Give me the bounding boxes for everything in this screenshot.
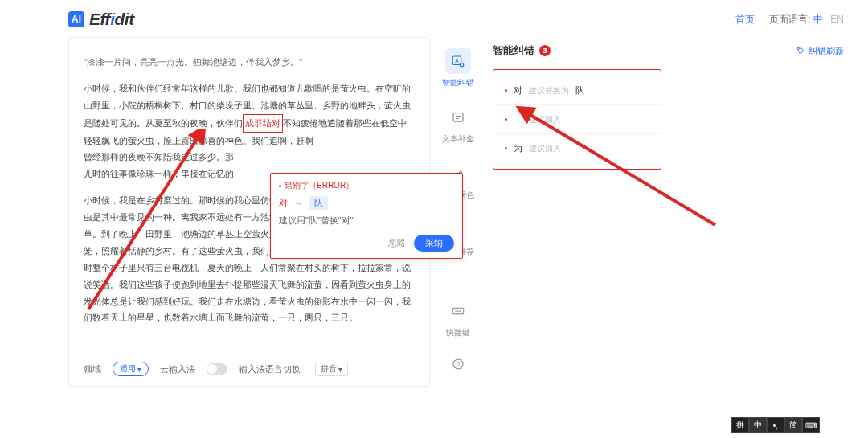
error-popup: 错别字（ERROR） 对 → 队 建议用"队"替换"对" 忽略 采纳 — [270, 173, 463, 259]
suggestion-word: ， — [514, 113, 522, 125]
app-header: AI Effidit 首页 页面语言: 中 EN — [0, 0, 868, 37]
tool-help[interactable]: ? — [445, 351, 471, 377]
bullet-icon — [505, 89, 507, 92]
suggestion-item[interactable]: 为 建议插入 — [493, 134, 661, 162]
tool-complete[interactable]: 文本补全 — [442, 104, 474, 145]
svg-text:?: ? — [457, 361, 460, 368]
ime-lang-button[interactable]: 中 — [749, 417, 767, 433]
chevron-down-icon: ▾ — [338, 365, 342, 374]
logo[interactable]: AI Effidit — [68, 10, 134, 29]
suggestions-header: 智能纠错 3 纠错刷新 — [493, 43, 852, 58]
help-icon: ? — [451, 357, 465, 371]
suggestion-item[interactable]: 对 建议替换为 队 — [493, 76, 661, 105]
complete-icon — [451, 110, 465, 125]
lang-zh[interactable]: 中 — [813, 14, 823, 25]
logo-icon: AI — [68, 11, 84, 27]
ime-lang-label: 输入法语言切换 — [239, 363, 301, 375]
suggestion-replacement: 队 — [575, 84, 584, 96]
p1-text-c: 曾经那样的夜晚不知陪我走过多少。那 — [84, 152, 234, 162]
refresh-button[interactable]: 纠错刷新 — [796, 45, 844, 57]
p1-text-d: 儿时的往事像珍珠一样，串接在记忆的 — [84, 169, 234, 178]
ime-mode-button[interactable]: 拼 — [731, 417, 749, 433]
error-dot-icon — [279, 185, 281, 187]
suggestion-item[interactable]: ， 建议插入 — [493, 105, 661, 134]
tool-proofread-label: 智能纠错 — [442, 77, 474, 88]
bullet-icon — [505, 118, 507, 121]
cloud-ime-label: 云输入法 — [160, 363, 195, 375]
suggestion-hint: 建议插入 — [529, 114, 561, 125]
tool-shortcuts[interactable]: 快捷键 — [445, 298, 471, 338]
os-ime-bar: 拼 中 •, 简 ⌨ — [731, 417, 820, 433]
bullet-icon — [505, 147, 507, 149]
ime-punct-button[interactable]: •, — [767, 417, 784, 433]
logo-text-post: dit — [114, 10, 133, 28]
error-to-word: 队 — [309, 196, 328, 210]
accept-button[interactable]: 采纳 — [414, 235, 454, 252]
svg-rect-3 — [453, 113, 463, 122]
ime-keyboard-button[interactable]: ⌨ — [802, 417, 820, 433]
editor-footer: 领域 通用▾ 云输入法 输入法语言切换 拼音▾ — [84, 362, 415, 376]
error-from-word: 对 — [279, 197, 288, 209]
logo-text-pre: Eff — [89, 10, 110, 28]
error-correction-line: 对 → 队 — [279, 196, 454, 210]
suggestions-title: 智能纠错 3 — [493, 43, 551, 58]
domain-label: 领域 — [84, 363, 101, 375]
suggestion-hint: 建议插入 — [529, 143, 561, 154]
ime-simp-button[interactable]: 简 — [784, 417, 802, 433]
tool-shortcuts-label: 快捷键 — [446, 327, 470, 338]
lang-label: 页面语言: — [769, 14, 810, 25]
header-right: 首页 页面语言: 中 EN — [735, 13, 844, 27]
arrow-right-icon: → — [294, 199, 303, 208]
editor-paragraph-1: 小时候，我和伙伴们经常年这样的儿歌。我们也都知道儿歌唱的是萤火虫。在空旷的山野里… — [84, 80, 415, 182]
error-highlight[interactable]: 成群结对 — [243, 114, 283, 133]
tool-complete-label: 文本补全 — [442, 133, 474, 145]
suggestion-word: 对 — [514, 84, 522, 96]
proofread-icon: A — [451, 54, 465, 68]
logo-text: Effidit — [89, 10, 134, 29]
error-count-badge: 3 — [539, 45, 551, 56]
lang-en[interactable]: EN — [830, 14, 844, 25]
main-area: "漆漆一片间，亮亮一点光。独舞池塘边，伴我入梦乡。" 小时候，我和伙伴们经常年这… — [0, 37, 868, 387]
svg-point-6 — [461, 170, 463, 171]
refresh-icon — [796, 46, 805, 55]
suggestion-word: 为 — [514, 142, 522, 154]
suggestions-panel: 智能纠错 3 纠错刷新 对 建议替换为 队 ， 建议插入 为 — [486, 37, 852, 387]
chevron-down-icon: ▾ — [137, 365, 141, 374]
error-popup-header: 错别字（ERROR） — [279, 180, 454, 191]
keyboard-icon — [451, 304, 465, 318]
domain-selector[interactable]: 通用▾ — [113, 362, 149, 376]
ime-lang-selector[interactable]: 拼音▾ — [315, 362, 348, 376]
ignore-button[interactable]: 忽略 — [388, 237, 406, 249]
svg-text:A: A — [455, 58, 459, 63]
suggestion-hint: 建议替换为 — [529, 85, 569, 96]
error-actions: 忽略 采纳 — [279, 235, 454, 252]
cloud-ime-toggle[interactable] — [207, 363, 227, 375]
suggestions-list: 对 建议替换为 队 ， 建议插入 为 建议插入 — [493, 69, 661, 170]
error-popup-title: 错别字（ERROR） — [285, 180, 354, 191]
editor-quote: "漆漆一片间，亮亮一点光。独舞池塘边，伴我入梦乡。" — [84, 54, 415, 71]
lang-switch: 页面语言: 中 EN — [769, 13, 844, 27]
tool-proofread[interactable]: A 智能纠错 — [442, 48, 474, 88]
error-description: 建议用"队"替换"对" — [279, 215, 454, 227]
editor-panel: "漆漆一片间，亮亮一点光。独舞池塘边，伴我入梦乡。" 小时候，我和伙伴们经常年这… — [68, 37, 430, 387]
nav-home[interactable]: 首页 — [735, 13, 755, 27]
